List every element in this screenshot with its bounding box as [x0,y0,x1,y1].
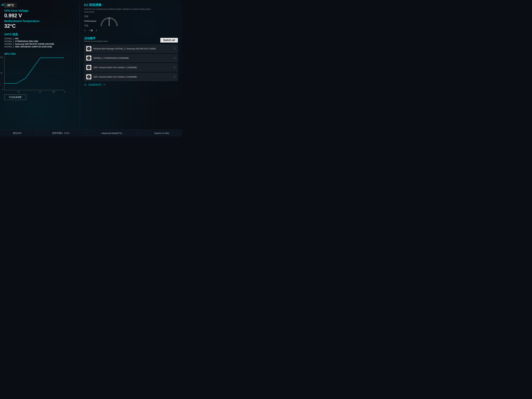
boot-header: 启动顺序 Choose one and drag the items. Swit… [84,36,178,44]
svg-point-11 [89,58,89,58]
boot-item-text: Windows Boot Manager (SATA6G_3: Samsung … [93,48,174,50]
mb-temp-value: 32°C [4,23,76,29]
fan-y-unit: % [5,53,7,55]
cpu-temp-badge: 40°C [4,3,17,8]
boot-item-icon [86,46,91,51]
ez-modes-container: 安静 Performance 节能 [84,15,178,27]
fan-adjust-button[interactable]: 手动风扇调整 [4,95,26,100]
gauge-current-label: 一般 [89,29,93,32]
boot-item[interactable]: UEFI: General UDisk 5.00, Partition 1 (1… [84,63,178,72]
sata-title: SATA 信息 [4,32,76,36]
footer-divider-2: | [86,132,86,134]
boot-item[interactable]: UEFI: General UDisk 5.00, Partition 2 (1… [84,73,178,81]
boot-title: 启动顺序 [84,36,108,40]
fan-x-70: 70 [39,91,41,93]
boot-item-text: UEFI: General UDisk 5.00, Partition 1 (1… [93,66,174,69]
right-panel: EZ 系统调整 Click the icon to specify your p… [80,0,182,129]
fan-section: CPU FAN % 100 50 0 30 70 100 °C [4,52,76,100]
ez-desc: Click the icon to specify your preferred… [84,8,155,13]
fan-x-100: 100 [52,91,55,93]
svg-point-14 [89,67,89,68]
footer-defaults[interactable]: 默认(F5) [13,132,21,134]
footer: 默认(F5) | 保存并退出（F10） | Advanced Mode(F7)|… [0,129,182,137]
footer-advanced-mode[interactable]: Advanced Mode(F7)|→ [101,132,124,134]
boot-item-drag-handle[interactable]: ⠿ [174,75,176,78]
fan-x-unit: °C [63,91,65,93]
fan-y-50: 50 [0,72,2,74]
disk-icon [87,56,91,60]
boot-section: 启动顺序 Choose one and drag the items. Swit… [84,36,178,87]
footer-divider-3: | [139,132,139,134]
fan-chart-svg [5,56,64,90]
fan-chart: % 100 50 0 30 70 100 °C [4,56,64,90]
gauge-prev-button[interactable]: < [84,29,86,32]
boot-item-icon [86,65,91,70]
disk-icon [87,65,91,70]
boot-item-drag-handle[interactable]: ⠿ [174,47,176,50]
boot-item-icon [86,56,91,61]
fan-x-30: 30 [18,91,19,93]
boot-item-drag-handle[interactable]: ⠿ [174,57,176,60]
boot-item[interactable]: SATA6G_2: ST9500325AS (476940MB) ⠿ [84,54,178,62]
boot-item-text: SATA6G_2: ST9500325AS (476940MB) [93,57,174,59]
left-panel: 40°C CPU Core Voltage 0.992 V Motherboar… [0,0,80,129]
svg-point-17 [89,76,89,77]
gauge-container [99,15,119,27]
sata-section: SATA 信息 SATA6G_1: N/A SATA6G_2: ST950032… [4,32,76,48]
ez-mode-quiet[interactable]: 安静 [84,15,96,18]
boot-menu-icon: ✳ [84,83,87,87]
sata-item: SATA6G_1: N/A [4,38,76,40]
disk-icon [87,47,91,51]
ez-title: EZ 系统调整 [84,3,178,7]
switch-all-button[interactable]: Switch all [160,38,178,43]
footer-save-exit[interactable]: 保存并退出（F10） [52,132,71,134]
boot-item-drag-handle[interactable]: ⠿ [174,66,176,69]
cpu-voltage-label: CPU Core Voltage [4,9,76,12]
boot-item-icon [86,74,91,79]
fan-y-100: 100 [0,56,3,58]
gauge-next-button[interactable]: > [96,29,97,32]
footer-search-faq[interactable]: Search on FAQ [154,132,169,134]
ez-mode-eco[interactable]: 节能 [84,24,96,27]
boot-menu-text: 启动菜单(F8) [88,83,101,86]
fan-y-0: 0 [2,89,3,90]
sata-item: SATA6G_3: Samsung SSD 850 EVO 120GB (120… [4,43,76,45]
sata-item: SATA6G_4: WDC WD10EZEX-22MFCA0 (1000.2GB… [4,45,76,48]
gauge-nav: < 一般 > [84,29,178,32]
footer-divider-1: | [36,132,37,134]
boot-desc: Choose one and drag the items. [84,40,108,42]
boot-title-group: 启动顺序 Choose one and drag the items. [84,36,108,44]
boot-menu-section[interactable]: ✳ 启动菜单(F8) ☞ [84,83,178,87]
svg-point-8 [89,48,89,49]
sata-item: SATA6G_2: ST9500325AS (500.1GB) [4,40,76,42]
boot-item[interactable]: Windows Boot Manager (SATA6G_3: Samsung … [84,44,178,53]
mb-temp-label: Motherboard Temperature [4,19,76,23]
ez-mode-performance[interactable]: Performance [84,20,96,22]
boot-item-text: UEFI: General UDisk 5.00, Partition 2 (1… [93,76,174,78]
fan-title: CPU FAN [4,52,76,56]
ez-section: EZ 系统调整 Click the icon to specify your p… [84,3,178,32]
svg-point-2 [108,25,110,26]
cpu-voltage-value: 0.992 V [4,13,76,19]
gauge-svg [99,15,119,27]
disk-icon [87,75,91,79]
voltage-section: 40°C CPU Core Voltage 0.992 V Motherboar… [4,3,76,30]
hand-cursor-icon: ☞ [103,83,106,87]
ez-mode-list: 安静 Performance 节能 [84,15,96,27]
